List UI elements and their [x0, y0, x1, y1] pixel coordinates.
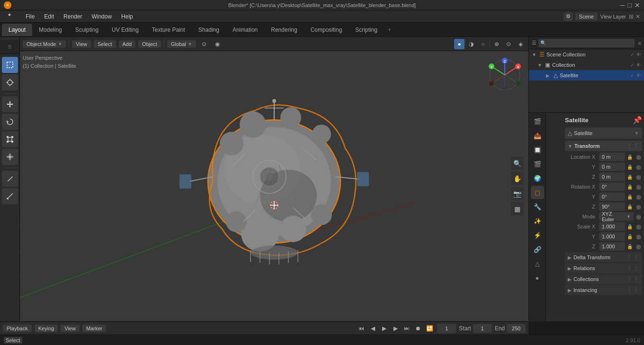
- marker-menu-button[interactable]: Marker: [82, 325, 106, 332]
- view-layer-props-button[interactable]: 🔲: [531, 143, 544, 156]
- tab-modeling[interactable]: Modeling: [32, 24, 69, 36]
- scale-x-field[interactable]: 1.000: [599, 222, 625, 231]
- scene-selector[interactable]: Scene: [575, 13, 598, 20]
- current-frame-input[interactable]: 1: [437, 324, 456, 333]
- add-workspace-button[interactable]: +: [384, 25, 395, 35]
- pin-icon[interactable]: 📌: [633, 116, 642, 125]
- skip-back-button[interactable]: ⏮: [357, 324, 366, 333]
- scale-y-field[interactable]: 1.000: [599, 232, 625, 241]
- rotation-y-field[interactable]: 0°: [599, 192, 625, 201]
- tab-scripting[interactable]: Scripting: [349, 24, 384, 36]
- object-props-button[interactable]: ▢: [531, 186, 544, 199]
- add-menu-button[interactable]: Add: [119, 40, 136, 48]
- outliner-scene-collection[interactable]: ▼ ☰ Scene Collection ✓ 👁: [529, 49, 644, 60]
- viewport-shading-rendered[interactable]: ○: [478, 39, 488, 49]
- location-y-lock[interactable]: 🔒: [626, 163, 634, 171]
- snap-button[interactable]: ⊙: [199, 39, 209, 49]
- location-z-anim[interactable]: ⬤: [635, 172, 642, 181]
- location-x-anim[interactable]: ⬤: [635, 153, 642, 161]
- particles-props-button[interactable]: ✨: [531, 214, 544, 227]
- tab-sculpting[interactable]: Sculpting: [69, 24, 105, 36]
- rotation-z-field[interactable]: 90°: [599, 202, 625, 211]
- data-block-selector[interactable]: △ Satellite ▼: [565, 127, 642, 139]
- satellite-check-icon[interactable]: ✓: [630, 73, 635, 79]
- world-props-button[interactable]: 🌍: [531, 172, 544, 185]
- next-frame-button[interactable]: ▶: [391, 324, 400, 333]
- cursor-tool-button[interactable]: [2, 74, 18, 91]
- rotation-mode-anim[interactable]: ⬤: [635, 212, 642, 221]
- engine-icon[interactable]: ⚙: [564, 12, 572, 21]
- collection-button[interactable]: ▦: [510, 202, 524, 216]
- tab-layout[interactable]: Layout: [2, 24, 32, 36]
- zoom-in-button[interactable]: 🔍: [510, 157, 524, 170]
- material-props-button[interactable]: ●: [531, 271, 544, 284]
- rotation-mode-field[interactable]: XYZ Euler ▼: [599, 212, 634, 221]
- object-menu-button[interactable]: Object: [138, 40, 161, 48]
- rotation-x-lock[interactable]: 🔒: [626, 182, 634, 191]
- scale-tool-button[interactable]: [2, 131, 18, 147]
- collection-check-icon[interactable]: ✓: [630, 62, 635, 68]
- physics-props-button[interactable]: ⚡: [531, 228, 544, 242]
- select-menu-button[interactable]: Select: [94, 40, 116, 48]
- tab-texture-paint[interactable]: Texture Paint: [145, 24, 192, 36]
- location-y-anim[interactable]: ⬤: [635, 163, 642, 171]
- scene-collection-check-icon[interactable]: ✓: [630, 52, 635, 58]
- scale-z-field[interactable]: 1.000: [599, 242, 625, 251]
- prev-frame-button[interactable]: ◀: [368, 324, 377, 333]
- annotate-tool-button[interactable]: [2, 171, 18, 187]
- pan-button[interactable]: ✋: [510, 172, 524, 185]
- skip-forward-button[interactable]: ⏭: [402, 324, 411, 333]
- tab-animation[interactable]: Animation: [226, 24, 264, 36]
- full-screen-icon[interactable]: ⊞: [629, 13, 634, 20]
- record-button[interactable]: ⏺: [413, 324, 423, 333]
- delta-transform-section[interactable]: ▶ Delta Transform ⋮⋮: [565, 252, 642, 263]
- location-y-field[interactable]: 0 m: [599, 163, 625, 171]
- end-frame-field[interactable]: 250: [507, 324, 526, 333]
- delta-transform-options[interactable]: ⋮⋮: [626, 254, 639, 261]
- tab-shading[interactable]: Shading: [192, 24, 226, 36]
- scale-z-lock[interactable]: 🔒: [626, 242, 634, 251]
- location-x-field[interactable]: 0 m: [599, 153, 625, 161]
- close-editor-icon[interactable]: ✕: [635, 13, 640, 20]
- transform-section-header[interactable]: ▼ Transform ⋮⋮: [565, 141, 642, 151]
- tab-compositing[interactable]: Compositing: [304, 24, 349, 36]
- scale-y-anim[interactable]: ⬤: [635, 232, 642, 241]
- camera-button[interactable]: 📷: [510, 187, 524, 200]
- scene-collection-eye-icon[interactable]: 👁: [636, 52, 641, 58]
- scale-y-lock[interactable]: 🔒: [626, 232, 634, 241]
- start-frame-field[interactable]: 1: [473, 324, 492, 333]
- loop-button[interactable]: 🔁: [425, 324, 434, 333]
- relations-section[interactable]: ▶ Relations ⋮⋮: [565, 263, 642, 273]
- scale-z-anim[interactable]: ⬤: [635, 242, 642, 251]
- keying-menu-button[interactable]: Keying: [35, 325, 58, 332]
- location-z-field[interactable]: 0 m: [599, 172, 625, 181]
- move-tool-button[interactable]: [2, 96, 18, 112]
- maximize-button[interactable]: □: [628, 1, 632, 9]
- data-props-button[interactable]: △: [531, 257, 544, 270]
- select-tool-button[interactable]: [2, 57, 18, 73]
- satellite-eye-icon[interactable]: 👁: [636, 73, 641, 79]
- show-gizmo-button[interactable]: ⊕: [492, 39, 502, 49]
- location-x-lock[interactable]: 🔒: [626, 153, 634, 161]
- render-props-button[interactable]: 🎬: [531, 115, 544, 128]
- menu-blender[interactable]: ★: [4, 11, 20, 22]
- window-controls[interactable]: ─ □ ✕: [620, 1, 640, 9]
- outliner-search[interactable]: 🔍: [538, 39, 635, 47]
- tab-uv-editing[interactable]: UV Editing: [105, 24, 145, 36]
- minimize-button[interactable]: ─: [620, 1, 625, 9]
- instancing-section[interactable]: ▶ Instancing ⋮⋮: [565, 285, 642, 295]
- show-overlay-button[interactable]: ⊙: [503, 39, 514, 49]
- outliner-collection[interactable]: ▼ ▣ Collection ✓ 👁: [529, 60, 644, 70]
- rotation-x-anim[interactable]: ⬤: [635, 182, 642, 191]
- close-button[interactable]: ✕: [635, 1, 640, 9]
- view-menu-button-timeline[interactable]: View: [61, 325, 80, 332]
- rotation-x-field[interactable]: 0°: [599, 182, 625, 191]
- proportional-edit-button[interactable]: ◉: [212, 39, 223, 49]
- collections-section[interactable]: ▶ Collections ⋮⋮: [565, 274, 642, 284]
- scale-x-anim[interactable]: ⬤: [635, 222, 642, 231]
- viewport-shading-material[interactable]: ◑: [466, 39, 476, 49]
- collection-eye-icon[interactable]: 👁: [636, 62, 641, 68]
- location-z-lock[interactable]: 🔒: [626, 172, 634, 181]
- menu-window[interactable]: Window: [88, 12, 116, 21]
- relations-options[interactable]: ⋮⋮: [626, 264, 639, 272]
